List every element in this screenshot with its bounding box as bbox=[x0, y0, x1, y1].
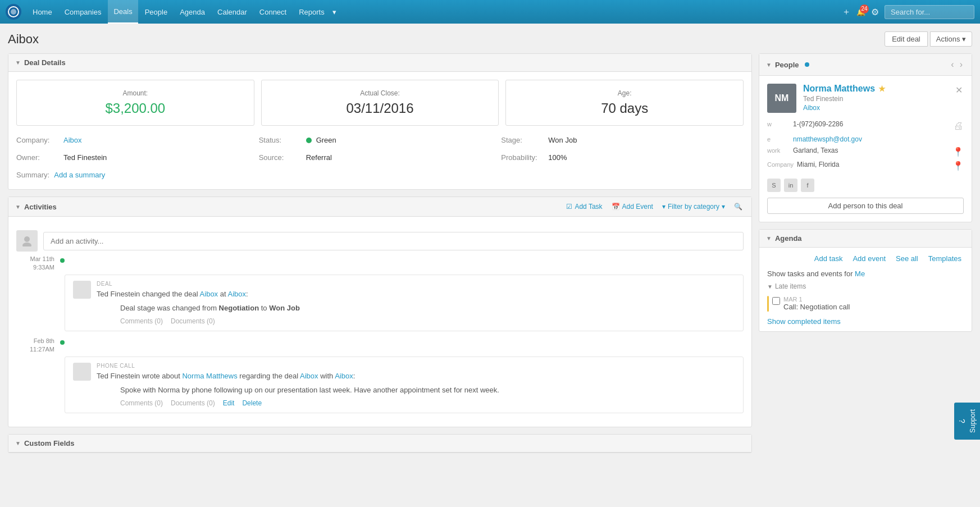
skype-icon[interactable]: S bbox=[767, 179, 781, 192]
actions-button[interactable]: Actions ▾ bbox=[930, 31, 972, 47]
app-logo[interactable] bbox=[6, 4, 21, 20]
people-nav: ‹ › bbox=[949, 58, 965, 71]
agenda-templates-button[interactable]: Templates bbox=[926, 253, 964, 264]
company-link[interactable]: Aibox bbox=[335, 372, 353, 380]
activity-dot bbox=[60, 340, 65, 345]
status-detail: Status: Green bbox=[259, 134, 502, 147]
agenda-body: Add task Add event See all Templates Sho… bbox=[759, 248, 972, 331]
filter-caret-icon: ▾ bbox=[722, 203, 725, 211]
linkedin-icon[interactable]: in bbox=[784, 179, 797, 192]
search-button[interactable]: 🔍 bbox=[732, 202, 745, 212]
documents-label: Documents (0) bbox=[171, 317, 215, 325]
chevron-down-icon: ▼ bbox=[15, 204, 21, 210]
activity-dot bbox=[60, 258, 65, 263]
email-link[interactable]: nmatthewsph@dot.gov bbox=[793, 135, 862, 143]
custom-fields-toggle[interactable]: ▼ Custom Fields bbox=[15, 439, 74, 447]
activities-toggle[interactable]: ▼ Activities bbox=[15, 203, 57, 211]
next-person-button[interactable]: › bbox=[958, 58, 965, 71]
add-summary-link[interactable]: Add a summary bbox=[54, 171, 105, 179]
people-panel: ▼ People ‹ › NM Norma Matthews bbox=[759, 53, 972, 222]
edit-deal-button[interactable]: Edit deal bbox=[885, 31, 928, 47]
close-value: 03/11/2016 bbox=[268, 101, 492, 116]
activity-input[interactable] bbox=[43, 232, 744, 250]
nav-agenda[interactable]: Agenda bbox=[174, 0, 211, 24]
notifications-badge[interactable]: 🔔 24 bbox=[856, 8, 865, 16]
chevron-down-icon: ▼ bbox=[15, 60, 21, 66]
age-label: Age: bbox=[513, 89, 736, 97]
person-company-link[interactable]: Aibox bbox=[803, 104, 820, 112]
activity-date: Feb 8th bbox=[16, 337, 54, 345]
person-link[interactable]: Norma Matthews bbox=[182, 372, 237, 380]
agenda-panel: ▼ Agenda Add task Add event See all Temp… bbox=[759, 229, 972, 332]
nav-deals[interactable]: Deals bbox=[108, 0, 138, 24]
deal-link[interactable]: Aibox bbox=[200, 290, 218, 298]
amount-label: Amount: bbox=[24, 89, 247, 97]
people-toggle[interactable]: ▼ People bbox=[766, 61, 809, 69]
search-icon: 🔍 bbox=[734, 203, 742, 211]
add-event-button[interactable]: 📅 Add Event bbox=[609, 202, 655, 212]
person-card: NM Norma Matthews ★ Ted Finestein Aibox bbox=[759, 76, 972, 222]
svg-point-3 bbox=[24, 236, 30, 242]
nav-connect[interactable]: Connect bbox=[254, 0, 292, 24]
people-panel-header: ▼ People ‹ › bbox=[759, 54, 972, 76]
show-completed-link[interactable]: Show completed items bbox=[767, 317, 841, 326]
svg-point-2 bbox=[11, 9, 16, 15]
deal-details-panel: ▼ Deal Details Amount: $3,200.00 Actual … bbox=[8, 53, 752, 190]
filter-button[interactable]: ▾ Filter by category ▾ bbox=[660, 202, 727, 212]
nav-calendar[interactable]: Calendar bbox=[212, 0, 253, 24]
svg-point-4 bbox=[22, 243, 31, 246]
activity-date: Mar 11th bbox=[16, 255, 54, 263]
settings-icon[interactable]: ⚙ bbox=[871, 7, 879, 17]
page-title: Aibox bbox=[8, 32, 39, 47]
support-widget[interactable]: Support ? bbox=[954, 403, 980, 440]
person-details: w 1-(972)609-2286 🖨 e nmatthewsph@dot.go… bbox=[767, 118, 964, 173]
facebook-icon[interactable]: f bbox=[801, 179, 814, 192]
agenda-add-task-button[interactable]: Add task bbox=[812, 253, 845, 264]
list-item: Feb 8th 11:27AM PHONE CALL bbox=[16, 337, 744, 413]
nav-home[interactable]: Home bbox=[27, 0, 58, 24]
person-phone-row: w 1-(972)609-2286 🖨 bbox=[767, 118, 964, 134]
deal-details-header: ▼ Deal Details bbox=[8, 54, 751, 72]
notification-count: 24 bbox=[860, 4, 869, 13]
agenda-add-event-button[interactable]: Add event bbox=[850, 253, 888, 264]
show-for-me-link[interactable]: Me bbox=[855, 270, 865, 278]
agenda-item-checkbox[interactable] bbox=[772, 297, 780, 305]
search-input[interactable] bbox=[885, 5, 974, 19]
person-name-link[interactable]: Norma Matthews ★ bbox=[803, 84, 947, 94]
top-navigation: Home Companies Deals People Agenda Calen… bbox=[0, 0, 980, 24]
deal-link[interactable]: Aibox bbox=[300, 372, 318, 380]
company-link[interactable]: Aibox bbox=[63, 136, 82, 144]
edit-link[interactable]: Edit bbox=[223, 399, 235, 407]
custom-fields-header: ▼ Custom Fields bbox=[8, 435, 751, 453]
chevron-down-icon: ▼ bbox=[766, 235, 772, 241]
add-person-button[interactable]: Add person to this deal bbox=[767, 198, 964, 214]
close-person-button[interactable]: ✕ bbox=[954, 84, 964, 97]
nav-links: Home Companies Deals People Agenda Calen… bbox=[27, 0, 842, 24]
deal-details-toggle[interactable]: ▼ Deal Details bbox=[15, 58, 66, 67]
activity-avatar bbox=[73, 281, 91, 299]
location-icon: 📍 bbox=[952, 147, 964, 157]
prev-person-button[interactable]: ‹ bbox=[949, 58, 956, 71]
nav-people[interactable]: People bbox=[139, 0, 173, 24]
person-header: NM Norma Matthews ★ Ted Finestein Aibox bbox=[767, 84, 964, 113]
people-indicator bbox=[805, 62, 809, 67]
list-item: Mar 11th 9:33AM DEAL bbox=[16, 255, 744, 331]
comments-label: Comments (0) bbox=[120, 317, 163, 325]
agenda-see-all-button[interactable]: See all bbox=[894, 253, 920, 264]
company-link[interactable]: Aibox bbox=[227, 290, 246, 298]
add-task-button[interactable]: ☑ Add Task bbox=[564, 202, 604, 212]
documents-label: Documents (0) bbox=[171, 399, 215, 407]
activities-header: ▼ Activities ☑ Add Task 📅 Add Event bbox=[8, 197, 751, 217]
person-info: Norma Matthews ★ Ted Finestein Aibox bbox=[803, 84, 947, 112]
add-icon[interactable]: ＋ bbox=[842, 6, 851, 18]
activity-text: Ted Finestein changed the deal Aibox at … bbox=[97, 289, 300, 300]
copy-phone-icon[interactable]: 🖨 bbox=[954, 120, 964, 132]
person-subline: Ted Finestein bbox=[803, 95, 947, 103]
agenda-item: MAR 1 Call: Negotiation call bbox=[767, 294, 964, 314]
nav-reports[interactable]: Reports bbox=[293, 0, 330, 24]
nav-more-icon[interactable]: ▾ bbox=[332, 8, 336, 16]
chevron-down-icon: ▼ bbox=[767, 284, 773, 290]
delete-link[interactable]: Delete bbox=[242, 399, 262, 407]
nav-companies[interactable]: Companies bbox=[59, 0, 107, 24]
support-icon: ? bbox=[958, 419, 967, 423]
